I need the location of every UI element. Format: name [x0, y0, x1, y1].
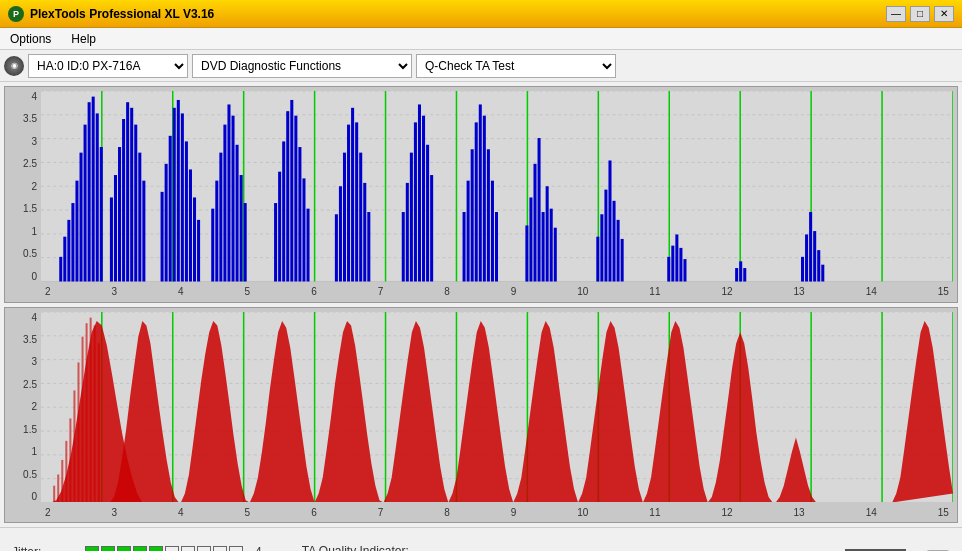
chart-wrapper: 4 3.5 3 2.5 2 1.5 1 0.5 0 — [4, 86, 958, 523]
top-chart-x-axis: 2 3 4 5 6 7 8 9 10 11 12 13 14 15 — [41, 282, 953, 302]
svg-rect-165 — [73, 390, 75, 502]
svg-rect-29 — [88, 102, 91, 281]
svg-rect-58 — [236, 145, 239, 282]
menu-options[interactable]: Options — [4, 30, 57, 48]
jitter-row: Jitter: 4 — [12, 545, 262, 552]
minimize-button[interactable]: — — [886, 6, 906, 22]
maximize-button[interactable]: □ — [910, 6, 930, 22]
svg-rect-97 — [529, 197, 532, 281]
svg-rect-34 — [114, 175, 117, 281]
bottom-chart-inner — [41, 312, 953, 503]
svg-rect-111 — [667, 257, 670, 282]
svg-rect-72 — [343, 153, 346, 282]
svg-marker-148 — [110, 320, 179, 502]
svg-rect-120 — [805, 234, 808, 281]
jitter-seg-10 — [229, 546, 243, 552]
jitter-progress — [85, 546, 243, 552]
svg-rect-96 — [525, 225, 528, 281]
svg-rect-169 — [90, 317, 92, 502]
svg-rect-109 — [617, 220, 620, 282]
menu-help[interactable]: Help — [65, 30, 102, 48]
svg-rect-39 — [134, 125, 137, 282]
svg-rect-170 — [94, 325, 96, 502]
top-chart-inner — [41, 91, 953, 282]
svg-rect-44 — [169, 136, 172, 282]
main-content: 4 3.5 3 2.5 2 1.5 1 0.5 0 — [0, 82, 962, 527]
svg-rect-22 — [59, 257, 62, 282]
svg-rect-93 — [487, 149, 490, 281]
svg-rect-167 — [82, 336, 84, 502]
svg-rect-91 — [479, 104, 482, 281]
svg-rect-105 — [600, 214, 603, 281]
svg-rect-66 — [294, 116, 297, 282]
svg-rect-59 — [240, 175, 243, 281]
jitter-seg-5 — [149, 546, 163, 552]
svg-rect-38 — [130, 108, 133, 282]
svg-rect-98 — [533, 164, 536, 282]
svg-rect-84 — [422, 116, 425, 282]
svg-rect-117 — [739, 261, 742, 281]
svg-rect-163 — [65, 440, 67, 502]
svg-rect-40 — [138, 153, 141, 282]
svg-rect-32 — [100, 147, 103, 281]
jitter-value: 4 — [255, 545, 262, 552]
bottom-chart-y-axis: 4 3.5 3 2.5 2 1.5 1 0.5 0 — [5, 312, 41, 503]
svg-rect-99 — [538, 138, 541, 281]
svg-rect-48 — [185, 141, 188, 281]
svg-marker-157 — [708, 332, 773, 502]
jitter-seg-2 — [101, 546, 115, 552]
svg-rect-87 — [463, 212, 466, 281]
svg-rect-46 — [177, 100, 180, 282]
menu-bar: Options Help — [0, 28, 962, 50]
jitter-seg-4 — [133, 546, 147, 552]
svg-rect-47 — [181, 113, 184, 281]
svg-rect-31 — [96, 113, 99, 281]
toolbar: ◉ HA:0 ID:0 PX-716A DVD Diagnostic Funct… — [0, 50, 962, 82]
svg-rect-33 — [110, 197, 113, 281]
svg-rect-45 — [173, 108, 176, 282]
svg-rect-119 — [801, 257, 804, 282]
bottom-chart-container: 4 3.5 3 2.5 2 1.5 1 0.5 0 — [4, 307, 958, 524]
metrics-section: Jitter: 4 Peak Shift: — [12, 545, 262, 552]
svg-rect-65 — [290, 100, 293, 282]
drive-select-wrapper: ◉ HA:0 ID:0 PX-716A — [4, 54, 188, 78]
svg-rect-161 — [57, 474, 59, 502]
svg-rect-53 — [215, 181, 218, 282]
close-button[interactable]: ✕ — [934, 6, 954, 22]
svg-rect-88 — [467, 181, 470, 282]
svg-rect-166 — [77, 362, 79, 502]
svg-rect-106 — [604, 190, 607, 282]
svg-rect-51 — [197, 220, 200, 282]
svg-rect-102 — [550, 209, 553, 282]
bottom-panel: Jitter: 4 Peak Shift: — [0, 527, 962, 551]
svg-rect-50 — [193, 197, 196, 281]
top-chart-svg — [41, 91, 953, 282]
svg-rect-24 — [67, 220, 70, 282]
svg-rect-49 — [189, 169, 192, 281]
svg-rect-79 — [402, 212, 405, 281]
svg-rect-86 — [430, 175, 433, 281]
jitter-seg-3 — [117, 546, 131, 552]
function-dropdown[interactable]: DVD Diagnostic Functions — [192, 54, 412, 78]
svg-rect-70 — [335, 214, 338, 281]
jitter-seg-7 — [181, 546, 195, 552]
ta-quality-section: TA Quality Indicator: Good — [302, 544, 409, 552]
svg-rect-67 — [298, 147, 301, 281]
svg-rect-68 — [302, 178, 305, 281]
svg-rect-90 — [475, 122, 478, 281]
title-bar-left: P PlexTools Professional XL V3.16 — [8, 6, 214, 22]
svg-marker-158 — [776, 437, 817, 502]
svg-rect-55 — [223, 125, 226, 282]
svg-rect-61 — [274, 203, 277, 281]
svg-rect-76 — [359, 153, 362, 282]
drive-dropdown[interactable]: HA:0 ID:0 PX-716A — [28, 54, 188, 78]
svg-rect-75 — [355, 122, 358, 281]
svg-rect-171 — [98, 343, 100, 502]
test-dropdown[interactable]: Q-Check TA Test — [416, 54, 616, 78]
svg-rect-43 — [165, 164, 168, 282]
svg-rect-73 — [347, 125, 350, 282]
svg-rect-71 — [339, 186, 342, 281]
svg-marker-154 — [513, 320, 578, 502]
title-bar: P PlexTools Professional XL V3.16 — □ ✕ — [0, 0, 962, 28]
svg-rect-118 — [743, 268, 746, 281]
